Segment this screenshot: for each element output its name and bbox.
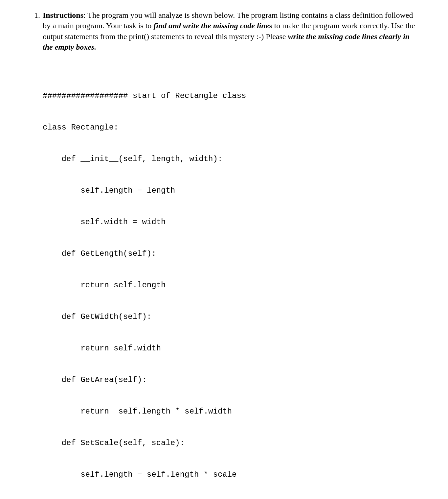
question-block: 1. Instructions: The program you will an…	[33, 10, 418, 53]
code-line: self.length = self.length * scale	[43, 467, 418, 483]
code-line: def SetScale(self, scale):	[43, 435, 418, 451]
code-line: def GetArea(self):	[43, 372, 418, 388]
code-line: self.width = width	[43, 214, 418, 230]
instructions-emph-1: find and write the missing code lines	[153, 21, 272, 30]
code-line: return self.length * self.width	[43, 404, 418, 419]
question-body: Instructions: The program you will analy…	[43, 10, 418, 53]
code-listing: ################## start of Rectangle cl…	[43, 72, 418, 499]
code-line: def __init__(self, length, width):	[43, 151, 418, 167]
code-line: return self.length	[43, 277, 418, 293]
code-line: def GetLength(self):	[43, 246, 418, 262]
question-number: 1.	[33, 10, 40, 20]
code-line: return self.width	[43, 341, 418, 356]
page-container: 1. Instructions: The program you will an…	[0, 0, 448, 499]
code-line: ################## start of Rectangle cl…	[43, 88, 418, 104]
code-line: class Rectangle:	[43, 120, 418, 135]
code-line: def GetWidth(self):	[43, 309, 418, 325]
instructions-label: Instructions	[43, 11, 83, 19]
instructions-sep: :	[83, 11, 87, 19]
code-line: self.length = length	[43, 183, 418, 199]
